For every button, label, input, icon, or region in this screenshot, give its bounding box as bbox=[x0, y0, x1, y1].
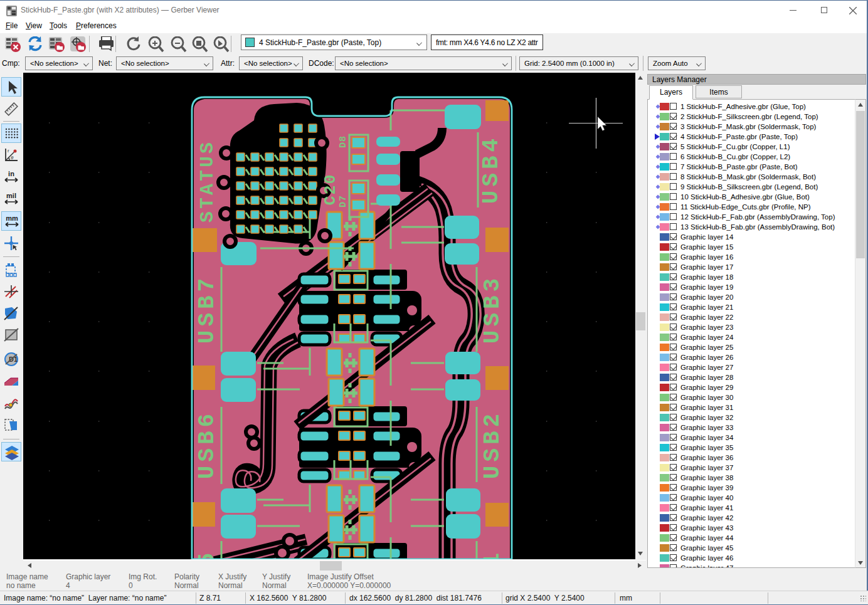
svg-text:USB6: USB6 bbox=[194, 410, 220, 479]
svg-text:USB3: USB3 bbox=[480, 275, 505, 344]
svg-text:USB4: USB4 bbox=[479, 135, 504, 204]
svg-text:r: r bbox=[8, 148, 9, 154]
svg-text:D8: D8 bbox=[338, 135, 349, 148]
svg-text:D1: D1 bbox=[9, 355, 18, 363]
svg-text:USB2: USB2 bbox=[480, 410, 505, 479]
svg-text:STATUS: STATUS bbox=[197, 140, 218, 223]
svg-text:mm: mm bbox=[6, 214, 18, 222]
svg-text:USB5: USB5 bbox=[194, 549, 220, 559]
svg-text:USB7: USB7 bbox=[194, 275, 220, 344]
svg-text:USB1: USB1 bbox=[480, 549, 505, 559]
svg-text:θ: θ bbox=[11, 155, 14, 160]
svg-text:C20: C20 bbox=[322, 173, 340, 205]
svg-text:mil: mil bbox=[6, 192, 16, 199]
svg-text:D7: D7 bbox=[338, 195, 349, 208]
svg-text:in: in bbox=[8, 170, 14, 177]
